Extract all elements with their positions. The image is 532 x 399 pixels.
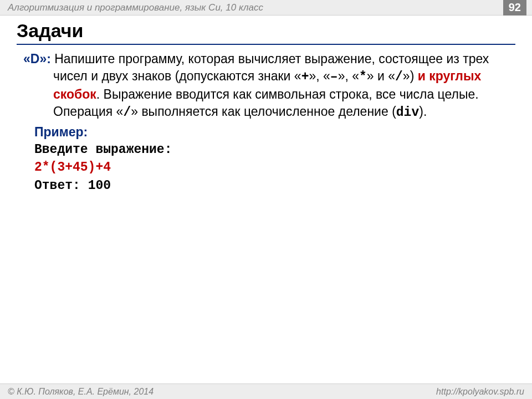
example-input: 2*(3+45)+4: [23, 158, 515, 176]
example-prompt: Введите выражение:: [23, 141, 515, 158]
task-text-1d: » выполняется как целочисленное деление …: [131, 104, 396, 119]
header-bar: Алгоритмизация и программирование, язык …: [0, 0, 532, 16]
footer-url: http://kpolyakov.spb.ru: [436, 387, 524, 397]
task-text-1b: »): [403, 69, 418, 83]
task-mid2: », «: [338, 69, 359, 83]
task-text-1e: ).: [419, 104, 427, 119]
task-label: «D»:: [23, 52, 51, 66]
div-keyword: div: [396, 105, 419, 120]
page-number: 92: [503, 0, 526, 16]
op-plus: +: [301, 70, 309, 84]
answer-label: Ответ:: [34, 178, 88, 193]
header-title: Алгоритмизация и программирование, язык …: [8, 2, 263, 13]
task-body: «D»: Напишите программу, которая вычисля…: [17, 50, 515, 195]
footer-bar: © К.Ю. Поляков, Е.А. Ерёмин, 2014 http:/…: [0, 383, 532, 399]
page-title: Задачи: [17, 20, 515, 45]
footer-copyright: © К.Ю. Поляков, Е.А. Ерёмин, 2014: [8, 387, 154, 397]
op-div2: /: [123, 105, 131, 120]
content-area: Задачи «D»: Напишите программу, которая …: [0, 16, 532, 195]
task-paragraph: «D»: Напишите программу, которая вычисля…: [23, 50, 515, 121]
task-mid1: », «: [309, 69, 330, 83]
op-div: /: [395, 70, 403, 84]
example-label: Пример:: [23, 124, 515, 141]
op-minus: –: [330, 70, 338, 84]
answer-value: 100: [88, 178, 111, 193]
task-mid3: » и «: [367, 69, 395, 83]
example-answer: Ответ: 100: [23, 177, 515, 195]
op-mul: *: [359, 70, 367, 84]
